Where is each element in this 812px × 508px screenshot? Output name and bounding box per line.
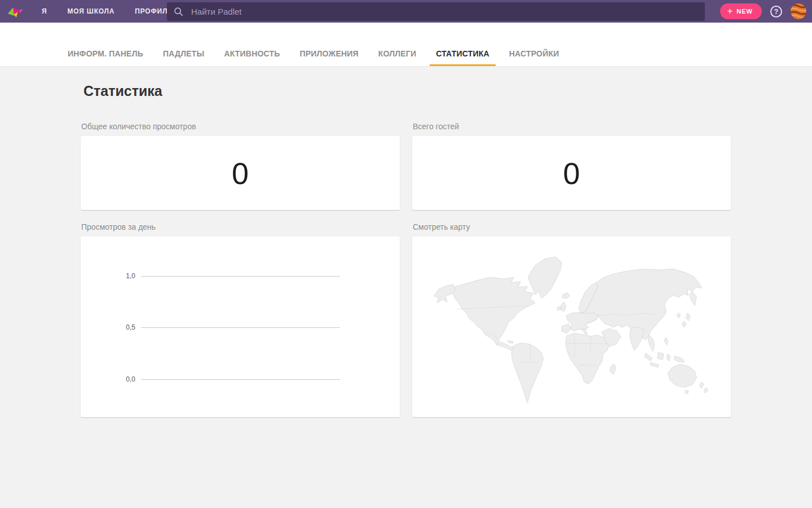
total-views-card: 0: [81, 136, 400, 210]
view-map-link[interactable]: Смотреть карту: [413, 222, 731, 231]
tab-statistics[interactable]: СТАТИСТИКА: [436, 49, 489, 58]
views-per-day-chart: 1,0 0,5 0,0: [81, 237, 400, 417]
total-views-label: Общее количество просмотров: [81, 122, 400, 131]
stats-grid: Общее количество просмотров 0 Всего гост…: [81, 122, 731, 417]
total-guests-section: Всего гостей 0: [412, 122, 731, 210]
y-tick-1: 1,0: [114, 272, 135, 280]
new-button-label: NEW: [736, 8, 753, 15]
statistics-page: Статистика Общее количество просмотров 0…: [0, 83, 812, 417]
padlet-logo-icon[interactable]: [6, 3, 25, 19]
topbar-actions: + NEW ?: [720, 0, 806, 23]
total-views-value: 0: [232, 158, 249, 189]
nav-item-my-school[interactable]: МОЯ ШКОЛА: [67, 7, 114, 15]
gridline: [141, 379, 340, 380]
new-button[interactable]: + NEW: [720, 3, 762, 19]
gridline: [141, 276, 340, 277]
total-guests-card: 0: [412, 136, 731, 210]
tab-bar: ИНФОРМ. ПАНЕЛЬ ПАДЛЕТЫ АКТИВНОСТЬ ПРИЛОЖ…: [0, 23, 812, 67]
world-map: [426, 243, 717, 410]
y-tick-0: 0,0: [114, 375, 135, 383]
tab-settings[interactable]: НАСТРОЙКИ: [509, 49, 559, 58]
user-avatar[interactable]: [791, 3, 806, 19]
page-title: Статистика: [83, 83, 731, 99]
tab-activity[interactable]: АКТИВНОСТЬ: [224, 49, 280, 58]
total-views-section: Общее количество просмотров 0: [81, 122, 400, 210]
tab-padlets[interactable]: ПАДЛЕТЫ: [163, 49, 205, 58]
total-guests-label: Всего гостей: [413, 122, 731, 131]
nav-item-me[interactable]: Я: [42, 7, 47, 15]
search-icon: [174, 7, 183, 16]
total-guests-value: 0: [563, 158, 580, 189]
views-per-day-section: Просмотров за день 1,0 0,5 0,0: [81, 222, 400, 417]
help-icon[interactable]: ?: [770, 6, 782, 17]
search-bar[interactable]: [167, 2, 705, 21]
tab-dashboard[interactable]: ИНФОРМ. ПАНЕЛЬ: [68, 49, 143, 58]
tab-colleagues[interactable]: КОЛЛЕГИ: [378, 49, 416, 58]
search-input[interactable]: [191, 7, 698, 16]
topbar: Я МОЯ ШКОЛА ПРОФИЛЬ + NEW ?: [0, 0, 812, 23]
tab-apps[interactable]: ПРИЛОЖЕНИЯ: [300, 49, 359, 58]
plus-icon: +: [727, 6, 733, 16]
y-tick-0-5: 0,5: [114, 323, 135, 331]
topbar-nav: Я МОЯ ШКОЛА ПРОФИЛЬ: [25, 7, 173, 15]
gridline: [141, 327, 340, 328]
map-section: Смотреть карту: [412, 222, 731, 417]
visitors-map-card[interactable]: [412, 237, 731, 417]
views-per-day-label: Просмотров за день: [81, 222, 400, 231]
